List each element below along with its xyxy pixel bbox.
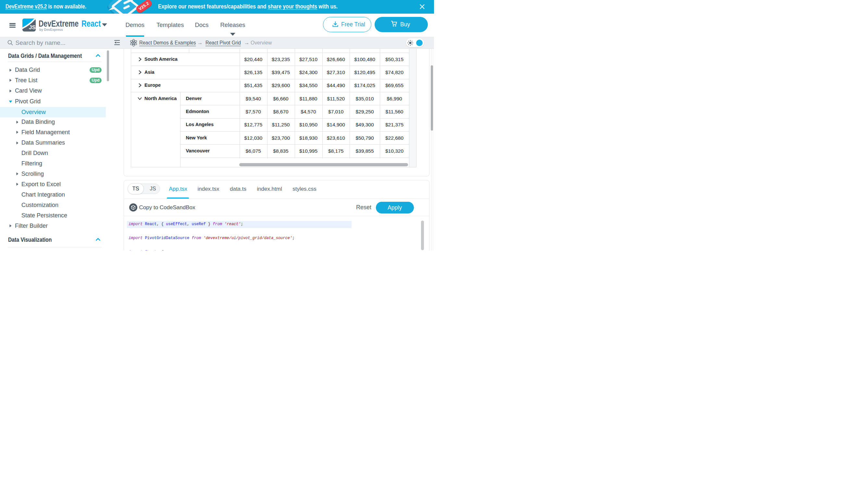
svg-text:JS: JS xyxy=(29,24,36,31)
